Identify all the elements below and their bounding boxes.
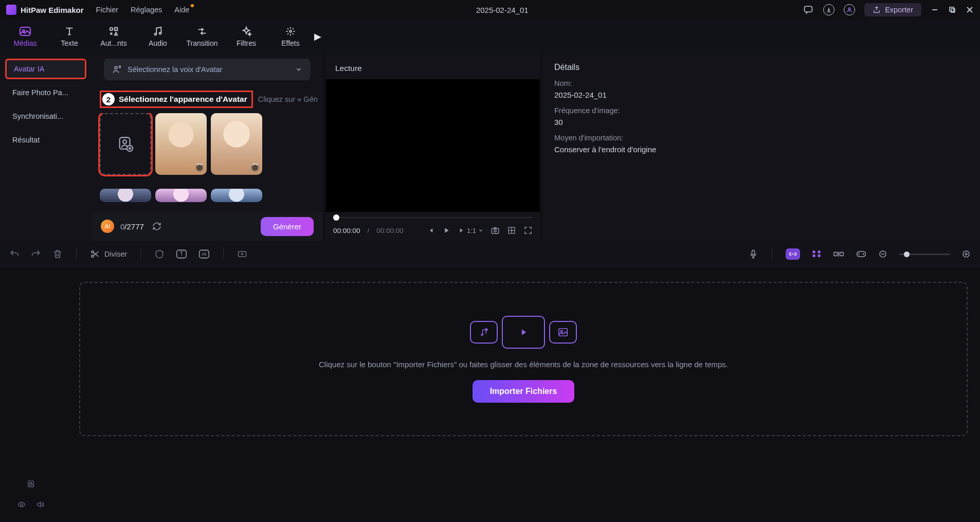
menu-help-label: Aide [174, 6, 189, 14]
avatar-thumb-4[interactable] [155, 189, 207, 202]
generate-button[interactable]: Générer [261, 217, 314, 236]
track-lock-button[interactable] [27, 480, 35, 488]
fit-button[interactable] [856, 249, 867, 259]
text-tool-button[interactable]: T [176, 249, 187, 259]
app-name: HitPaw Edimakor [21, 6, 84, 14]
feedback-icon[interactable] [803, 4, 814, 15]
details-panel: Détails Nom: 2025-02-24_01 Fréquence d'i… [543, 53, 980, 241]
prev-frame-button[interactable] [428, 227, 435, 234]
step-2-badge: 2 Sélectionnez l'apparence d'Avatar [100, 91, 253, 108]
user-icon[interactable] [844, 4, 855, 15]
mic-button[interactable] [748, 249, 758, 259]
svg-point-13 [289, 30, 292, 32]
voice-icon [112, 64, 122, 75]
ai-tool-button[interactable]: AI [198, 249, 210, 259]
zoom-in-button[interactable] [961, 249, 971, 259]
project-title: 2025-02-24_01 [202, 6, 803, 14]
main-tabs: Médias Texte Aut...nts Audio Transition … [0, 20, 980, 53]
split-button[interactable]: Diviser [90, 249, 127, 259]
download-icon[interactable] [823, 4, 834, 15]
svg-point-48 [481, 334, 483, 335]
svg-text:T: T [180, 251, 183, 257]
svg-point-9 [110, 28, 113, 31]
add-track-button[interactable] [237, 249, 247, 259]
zoom-out-button[interactable] [878, 249, 887, 259]
timeline-area: Cliquez sur le bouton "Importer Fichiers… [0, 267, 980, 522]
step-2-number: 2 [102, 93, 115, 105]
step-2-row: 2 Sélectionnez l'apparence d'Avatar Cliq… [100, 91, 323, 108]
next-frame-button[interactable]: 1:1 [458, 227, 483, 235]
preview-scrubber[interactable] [326, 215, 540, 220]
details-fps-value: 30 [554, 118, 969, 127]
time-total: 00:00:00 [376, 227, 404, 235]
add-avatar-button[interactable] [100, 113, 151, 175]
svg-point-11 [155, 33, 157, 35]
voice-select-dropdown[interactable]: Sélectionnez la voix d'Avatar [104, 59, 311, 80]
menu-file[interactable]: Fichier [96, 6, 119, 14]
avatar-thumb-1[interactable] [155, 113, 207, 175]
tab-audio[interactable]: Audio [136, 20, 180, 53]
time-current: 00:00:00 [333, 227, 360, 235]
avatar-image [155, 189, 207, 202]
ripple-button[interactable] [833, 249, 844, 259]
avatar-image [100, 189, 151, 202]
delete-button[interactable] [52, 249, 63, 259]
sidebar-item-sync[interactable]: Synchronisati... [5, 106, 86, 127]
tabs-more-button[interactable]: ▶ [313, 31, 323, 42]
tab-media[interactable]: Médias [3, 20, 47, 53]
tab-effects[interactable]: Effets [268, 20, 313, 53]
avatar-thumb-3[interactable] [100, 189, 151, 202]
minimize-button[interactable] [931, 6, 939, 14]
media-icon [19, 26, 31, 37]
scissors-icon [90, 249, 100, 259]
preview-stage[interactable] [326, 79, 540, 212]
track-visibility-button[interactable] [17, 500, 26, 509]
fullscreen-button[interactable] [523, 226, 533, 235]
svg-rect-10 [115, 28, 118, 31]
avatar-panel: Sélectionnez la voix d'Avatar 2 Sélectio… [92, 53, 323, 241]
track-mute-button[interactable] [36, 500, 44, 509]
tab-transition[interactable]: Transition [180, 20, 224, 53]
sidebar-item-photo[interactable]: Faire Photo Pa... [5, 82, 86, 103]
zoom-slider[interactable] [899, 254, 950, 255]
sidebar-item-avatar-ia[interactable]: Avatar IA [5, 59, 86, 79]
tab-text[interactable]: Texte [47, 20, 92, 53]
preview-panel: Lecture 00:00:00 / 00:00:00 1:1 [326, 53, 540, 241]
avatar-thumb-2[interactable] [211, 113, 262, 175]
drop-zone-icons [470, 316, 577, 349]
credit-bar: AI 0/2777 Générer [92, 212, 323, 241]
sidebar-item-result[interactable]: Résultat [5, 130, 86, 150]
timeline-tracks[interactable]: Cliquez sur le bouton "Importer Fichiers… [62, 267, 980, 522]
avatar-thumb-5[interactable] [211, 189, 262, 202]
undo-button[interactable] [9, 249, 20, 259]
grid-button[interactable] [507, 226, 516, 235]
svg-rect-46 [29, 483, 32, 485]
loader-icon [251, 164, 259, 172]
tab-filters[interactable]: Filtres [224, 20, 268, 53]
redo-button[interactable] [31, 249, 41, 259]
step-hint: Cliquez sur « Gén [258, 95, 318, 103]
elements-icon [108, 26, 119, 37]
import-files-button[interactable]: Importer Fichiers [473, 380, 575, 403]
svg-rect-36 [834, 253, 838, 256]
export-button[interactable]: Exporter [864, 3, 921, 16]
marker-button[interactable] [154, 249, 165, 259]
tab-autres[interactable]: Aut...nts [92, 20, 136, 53]
svg-rect-19 [492, 228, 499, 233]
play-button[interactable] [442, 226, 450, 235]
svg-rect-32 [813, 250, 815, 253]
menu-settings[interactable]: Réglages [131, 6, 162, 14]
close-button[interactable] [966, 6, 974, 14]
details-import-label: Moyen d'importation: [554, 134, 969, 142]
timeline-drop-zone[interactable]: Cliquez sur le bouton "Importer Fichiers… [79, 282, 968, 436]
menu-help[interactable]: Aide [174, 6, 189, 14]
refresh-credits-button[interactable] [152, 222, 161, 231]
magnet-button[interactable] [811, 249, 822, 259]
details-name-value: 2025-02-24_01 [554, 91, 969, 99]
svg-rect-34 [813, 255, 815, 257]
credit-count: 0/2777 [120, 222, 144, 231]
maximize-button[interactable] [948, 6, 956, 14]
link-toggle-button[interactable] [786, 248, 800, 260]
snapshot-button[interactable] [491, 226, 500, 235]
image-drop-icon [549, 321, 577, 344]
